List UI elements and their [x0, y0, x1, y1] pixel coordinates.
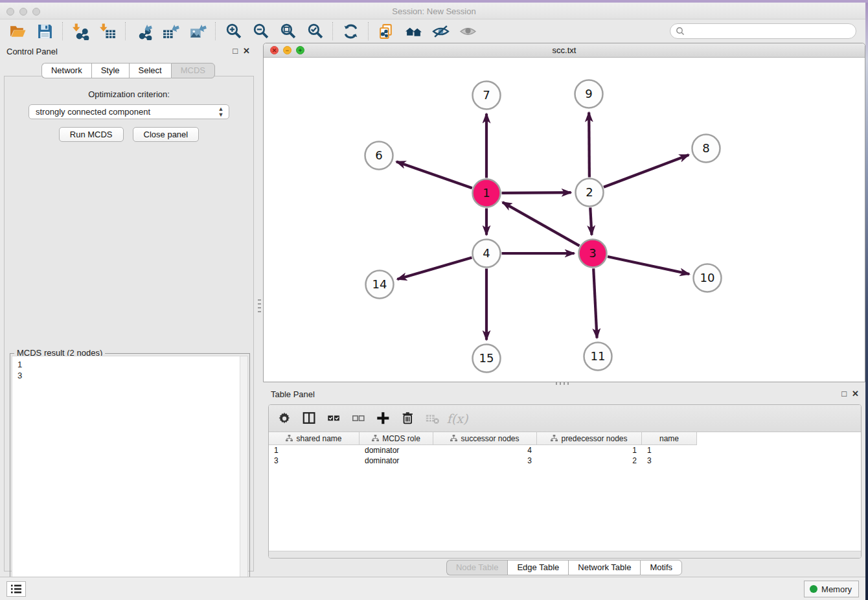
show-all-icon[interactable] [458, 22, 477, 40]
open-session-icon[interactable] [8, 22, 27, 40]
tab-edge-table[interactable]: Edge Table [507, 560, 568, 575]
column-visibility-icon[interactable] [300, 409, 319, 428]
graph-node-11[interactable]: 11 [584, 343, 612, 371]
table-cell: 2 [537, 456, 642, 466]
mcds-result-list[interactable]: 13 [12, 356, 248, 599]
zoom-selected-icon[interactable] [305, 22, 325, 40]
search-input[interactable] [685, 25, 856, 38]
toolbar-separator [332, 22, 333, 40]
control-panel: Control Panel □ ✕ NetworkStyleSelectMCDS… [0, 43, 257, 577]
add-column-icon[interactable] [374, 409, 393, 428]
edge-1-6[interactable] [396, 161, 472, 188]
edge-2-3[interactable] [590, 207, 591, 235]
svg-text:7: 7 [483, 88, 490, 102]
graph-node-14[interactable]: 14 [366, 271, 394, 299]
delete-column-icon[interactable] [398, 409, 418, 428]
edge-4-14[interactable] [397, 258, 472, 279]
task-history-button[interactable] [6, 581, 26, 597]
graph-node-9[interactable]: 9 [575, 80, 603, 108]
zoom-out-icon[interactable] [251, 22, 270, 40]
deselect-all-rows-icon[interactable] [349, 409, 369, 428]
import-table-icon[interactable] [98, 22, 117, 40]
network-window-titlebar[interactable]: ✕ − + scc.txt [264, 43, 865, 58]
table-cell: 3 [269, 456, 360, 466]
zoom-fit-icon[interactable] [278, 22, 297, 40]
edge-1-2[interactable] [501, 192, 571, 193]
table-panel-float-icon[interactable]: □ [841, 389, 847, 398]
list-icon [10, 584, 23, 594]
svg-text:9: 9 [585, 87, 592, 100]
column-header-MCDS-role[interactable]: MCDS role [360, 432, 433, 445]
window-titlebar[interactable]: Session: New Session [0, 3, 868, 19]
select-all-rows-icon[interactable] [325, 409, 344, 428]
table-panel-close-icon[interactable]: ✕ [852, 389, 859, 398]
import-network-icon[interactable] [71, 22, 90, 40]
hide-selected-icon[interactable] [431, 22, 450, 40]
export-network-icon[interactable] [133, 22, 153, 40]
graph-node-7[interactable]: 7 [473, 82, 501, 110]
delete-table-icon[interactable] [423, 409, 442, 428]
table-cell: dominator [360, 445, 433, 456]
column-header-name[interactable]: name [642, 432, 697, 445]
edge-2-9[interactable] [589, 112, 589, 177]
apply-layout-icon[interactable] [404, 22, 423, 40]
tab-select[interactable]: Select [129, 63, 171, 78]
function-builder-icon[interactable]: f(x) [448, 409, 467, 428]
table-settings-icon[interactable] [275, 409, 295, 428]
network-canvas[interactable]: 7968124314101511 [264, 58, 865, 382]
graph-node-6[interactable]: 6 [365, 142, 393, 170]
memory-button[interactable]: Memory [804, 581, 859, 597]
column-header-shared-name[interactable]: shared name [269, 432, 360, 445]
clone-network-icon[interactable] [376, 22, 396, 40]
export-image-icon[interactable] [188, 22, 207, 40]
graph-node-4[interactable]: 4 [473, 240, 501, 268]
toolbar-separator [125, 22, 126, 40]
edge-3-10[interactable] [608, 257, 689, 274]
save-session-icon[interactable] [35, 22, 54, 40]
graph-node-2[interactable]: 2 [576, 179, 604, 207]
close-panel-button[interactable]: Close panel [133, 127, 200, 142]
memory-label: Memory [821, 584, 852, 594]
run-mcds-button[interactable]: Run MCDS [59, 127, 124, 142]
graph-node-3[interactable]: 3 [579, 240, 607, 268]
zoom-in-icon[interactable] [223, 22, 243, 40]
tab-node-table[interactable]: Node Table [446, 560, 508, 575]
edge-2-8[interactable] [604, 155, 689, 187]
edge-3-1[interactable] [503, 202, 580, 246]
table-row[interactable]: 1dominator411 [269, 445, 861, 456]
node-table[interactable]: shared nameMCDS rolesuccessor nodesprede… [269, 432, 861, 466]
network-window-title: scc.txt [264, 45, 865, 55]
export-table-icon[interactable] [161, 22, 180, 40]
tab-mcds[interactable]: MCDS [171, 63, 215, 78]
table-bottom-strip [269, 551, 861, 558]
graph-node-1[interactable]: 1 [473, 179, 501, 207]
control-panel-close-icon[interactable]: ✕ [243, 46, 250, 56]
edge-3-11[interactable] [593, 268, 597, 338]
graph-node-10[interactable]: 10 [694, 264, 722, 292]
refresh-icon[interactable] [341, 22, 360, 40]
desktop-top-edge [0, 0, 868, 3]
tab-network[interactable]: Network [41, 63, 91, 78]
optimization-criterion-select[interactable]: strongly connected component ▲▼ [29, 104, 229, 119]
horizontal-splitter-handle[interactable] [556, 382, 570, 385]
table-panel-title: Table Panel [271, 389, 315, 399]
table-panel: Table Panel □ ✕ f(x) shared nameMCDS rol… [263, 386, 865, 577]
result-scrollbar[interactable] [240, 356, 247, 599]
column-header-successor-nodes[interactable]: successor nodes [433, 432, 537, 445]
tab-motifs[interactable]: Motifs [640, 560, 682, 575]
vertical-splitter-handle[interactable] [258, 299, 261, 315]
graph-node-8[interactable]: 8 [692, 135, 720, 163]
svg-text:11: 11 [591, 349, 606, 363]
tab-style[interactable]: Style [91, 63, 129, 78]
graph-node-15[interactable]: 15 [473, 345, 501, 373]
control-panel-float-icon[interactable]: □ [233, 46, 238, 56]
svg-text:2: 2 [586, 185, 593, 199]
desktop-right-edge [865, 0, 868, 600]
column-type-icon [372, 435, 379, 442]
status-bar: Memory [0, 577, 868, 600]
tab-network-table[interactable]: Network Table [568, 560, 640, 575]
column-header-predecessor-nodes[interactable]: predecessor nodes [537, 432, 642, 445]
table-row[interactable]: 3dominator323 [269, 456, 861, 466]
main-toolbar [0, 19, 868, 43]
search-box[interactable] [670, 23, 856, 39]
